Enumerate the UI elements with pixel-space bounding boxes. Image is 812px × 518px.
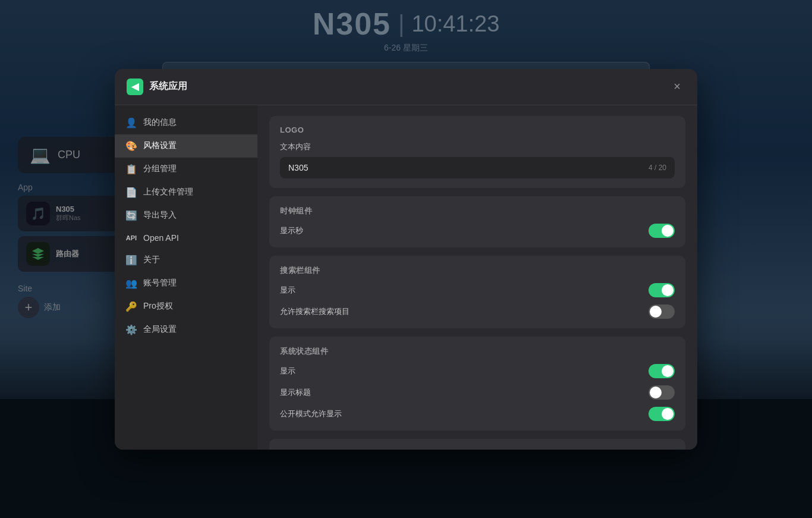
status-section-card: 系统状态组件 显示 显示标题 公开模式允许显示 (269, 337, 685, 431)
api-icon: API (125, 234, 137, 241)
modal-title-row: ◀ 系统应用 (127, 79, 187, 95)
sidebar-item-export[interactable]: 🔄 导出导入 (115, 204, 257, 227)
clock-section-title: 时钟组件 (280, 206, 675, 216)
search-show-toggle[interactable] (649, 283, 675, 297)
search-section-card: 搜索栏组件 显示 允许搜索栏搜索项目 (269, 256, 685, 328)
pro-icon: 🔑 (125, 301, 137, 312)
status-title-toggle[interactable] (649, 385, 675, 400)
sidebar-item-accounts-label: 账号管理 (143, 278, 177, 288)
sidebar-item-about-label: 关于 (143, 255, 160, 265)
search-show-row: 显示 (280, 283, 675, 297)
status-title-knob (650, 387, 662, 398)
modal-overlay: ◀ 系统应用 × 👤 我的信息 🎨 风格设置 📋 分组管理 (0, 0, 812, 518)
sidebar-item-global-label: 全局设置 (143, 324, 177, 335)
show-seconds-knob (662, 225, 673, 237)
public-mode-knob (662, 408, 673, 420)
status-show-label: 显示 (280, 366, 295, 376)
search-show-label: 显示 (280, 285, 295, 296)
search-show-knob (662, 284, 673, 296)
logo-char-count: 4 / 20 (640, 164, 675, 172)
show-seconds-label: 显示秒 (280, 225, 303, 236)
modal-sidebar: 👤 我的信息 🎨 风格设置 📋 分组管理 📄 上传文件管理 🔄 导 (115, 105, 257, 450)
icon-section-card: 图标 (269, 439, 685, 450)
status-show-toggle[interactable] (649, 364, 675, 378)
sidebar-item-pro-label: Pro授权 (143, 301, 173, 312)
modal-logo-icon: ◀ (127, 79, 143, 95)
modal-main: LOGO 文本内容 4 / 20 时钟组件 显示秒 (257, 105, 697, 450)
clock-section-card: 时钟组件 显示秒 (269, 196, 685, 247)
public-mode-label: 公开模式允许显示 (280, 409, 342, 419)
sidebar-item-groups-label: 分组管理 (143, 164, 177, 174)
global-icon: ⚙️ (125, 324, 137, 335)
logo-section-card: LOGO 文本内容 4 / 20 (269, 116, 685, 188)
sidebar-item-export-label: 导出导入 (143, 210, 177, 221)
status-title-row: 显示标题 (280, 385, 675, 400)
allow-search-label: 允许搜索栏搜索项目 (280, 306, 350, 317)
modal-close-button[interactable]: × (669, 79, 685, 95)
modal-title: 系统应用 (149, 80, 187, 93)
style-icon: 🎨 (125, 140, 137, 152)
export-icon: 🔄 (125, 210, 137, 221)
sidebar-item-pro[interactable]: 🔑 Pro授权 (115, 295, 257, 318)
sidebar-item-upload-label: 上传文件管理 (143, 187, 193, 197)
sidebar-item-upload[interactable]: 📄 上传文件管理 (115, 181, 257, 204)
status-section-title: 系统状态组件 (280, 346, 675, 357)
about-icon: ℹ️ (125, 255, 137, 266)
sidebar-item-global[interactable]: ⚙️ 全局设置 (115, 318, 257, 341)
status-title-label: 显示标题 (280, 387, 311, 398)
allow-search-toggle[interactable] (649, 304, 675, 319)
sidebar-item-myinfo-label: 我的信息 (143, 117, 177, 128)
sidebar-item-openapi-label: Open API (143, 233, 179, 243)
icon-section-title: 图标 (280, 448, 675, 450)
accounts-icon: 👥 (125, 278, 137, 289)
status-show-row: 显示 (280, 364, 675, 378)
logo-text-input[interactable] (280, 157, 640, 178)
sidebar-item-groups[interactable]: 📋 分组管理 (115, 158, 257, 181)
public-mode-toggle[interactable] (649, 407, 675, 421)
sidebar-item-about[interactable]: ℹ️ 关于 (115, 249, 257, 272)
sidebar-item-accounts[interactable]: 👥 账号管理 (115, 272, 257, 295)
public-mode-row: 公开模式允许显示 (280, 407, 675, 421)
allow-search-row: 允许搜索栏搜索项目 (280, 304, 675, 319)
show-seconds-row: 显示秒 (280, 224, 675, 238)
sidebar-item-style-label: 风格设置 (143, 140, 177, 151)
upload-icon: 📄 (125, 187, 137, 198)
myinfo-icon: 👤 (125, 117, 137, 128)
logo-field-label: 文本内容 (280, 142, 675, 152)
groups-icon: 📋 (125, 164, 137, 175)
logo-input-row: 4 / 20 (280, 157, 675, 178)
status-show-knob (662, 365, 673, 377)
sidebar-item-style[interactable]: 🎨 风格设置 (115, 134, 257, 158)
allow-search-knob (650, 306, 662, 318)
logo-section-title: LOGO (280, 125, 675, 134)
sidebar-item-openapi[interactable]: API Open API (115, 227, 257, 249)
sidebar-item-myinfo[interactable]: 👤 我的信息 (115, 111, 257, 134)
search-section-title: 搜索栏组件 (280, 265, 675, 276)
modal-header: ◀ 系统应用 × (115, 69, 697, 105)
modal-body: 👤 我的信息 🎨 风格设置 📋 分组管理 📄 上传文件管理 🔄 导 (115, 105, 697, 450)
modal: ◀ 系统应用 × 👤 我的信息 🎨 风格设置 📋 分组管理 (115, 69, 697, 450)
show-seconds-toggle[interactable] (649, 224, 675, 238)
